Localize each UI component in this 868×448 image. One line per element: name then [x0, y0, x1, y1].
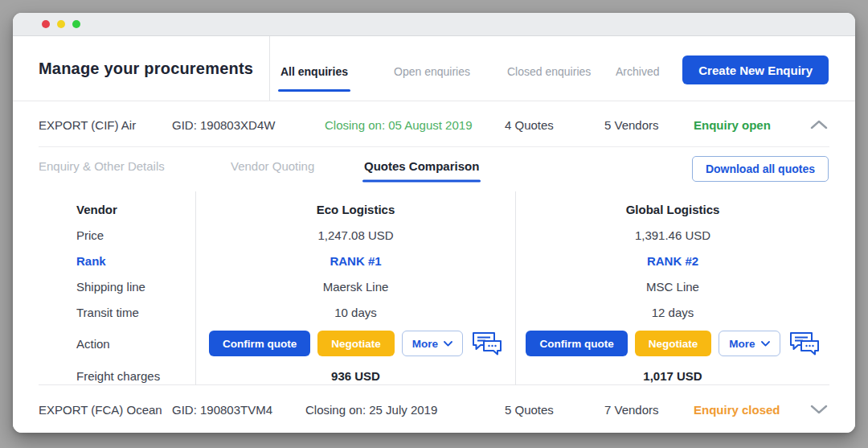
enquiry-vendors-count: 7 Vendors: [604, 402, 659, 416]
row-label-transit-time: Transit time: [76, 299, 195, 325]
confirm-quote-button[interactable]: Confirm quote: [526, 331, 627, 356]
download-all-quotes-button[interactable]: Download all quotes: [692, 156, 829, 182]
chevron-up-icon[interactable]: [810, 120, 828, 129]
row-label-rank: Rank: [76, 248, 195, 273]
enquiry-row-air: EXPORT (CIF) Air GID: 190803XD4W Closing…: [13, 101, 855, 147]
enquiry-vendors-count: 5 Vendors: [604, 117, 659, 131]
vendor-rank: RANK #2: [647, 248, 698, 273]
page-title: Manage your procurements: [39, 60, 253, 78]
tab-open-enquiries[interactable]: Open enquiries: [394, 36, 470, 101]
row-label-vendor: Vendor: [76, 196, 195, 222]
vendor-shipping-line: MSC Line: [646, 273, 699, 299]
comparison-label-column: Vendor Price Rank Shipping line Transit …: [39, 191, 195, 390]
vendor-column-global-logistics: Global Logistics 1,391.46 USD RANK #2 MS…: [515, 191, 829, 390]
vendor-rank: RANK #1: [330, 248, 381, 273]
enquiry-row-ocean: EXPORT (FCA) Ocean GID: 190803TVM4 Closi…: [13, 385, 855, 433]
row-label-shipping-line: Shipping line: [76, 273, 195, 299]
page-header: Manage your procurements All enquiries O…: [13, 36, 855, 101]
more-button[interactable]: More: [719, 331, 780, 356]
tab-vendor-quoting[interactable]: Vendor Quoting: [231, 159, 314, 173]
quotes-comparison-table: Vendor Price Rank Shipping line Transit …: [39, 191, 829, 385]
chevron-down-icon: [761, 341, 770, 347]
vendor-shipping-line: Maersk Line: [323, 273, 389, 299]
enquiry-closing-date: Closing on: 25 July 2019: [305, 402, 437, 416]
header-divider: [269, 36, 270, 101]
enquiry-status-badge: Enquiry open: [694, 117, 771, 131]
enquiry-type: EXPORT (CIF) Air: [39, 117, 136, 131]
minimize-window-icon[interactable]: [57, 20, 65, 28]
vendor-name: Global Logistics: [626, 196, 720, 222]
vendor-action-row: Confirm quote Negotiate More: [526, 325, 819, 362]
chat-icon[interactable]: [789, 331, 820, 356]
more-button-label: More: [729, 338, 755, 350]
chat-icon[interactable]: [472, 331, 502, 356]
vendor-transit-time: 10 days: [334, 299, 377, 325]
enquiry-detail-tabs: Enquiry & Other Details Vendor Quoting Q…: [13, 147, 855, 191]
more-button-label: More: [412, 338, 438, 350]
row-label-action: Action: [76, 325, 195, 362]
window-titlebar: [13, 13, 855, 36]
tab-archived[interactable]: Archived: [616, 36, 659, 101]
maximize-window-icon[interactable]: [72, 20, 80, 28]
tab-all-enquiries[interactable]: All enquiries: [280, 36, 348, 101]
negotiate-button[interactable]: Negotiate: [317, 331, 395, 356]
tab-closed-enquiries[interactable]: Closed enquiries: [507, 36, 591, 101]
enquiry-closing-date: Closing on: 05 August 2019: [325, 117, 472, 131]
vendor-column-eco-logistics: Eco Logistics 1,247.08 USD RANK #1 Maers…: [195, 191, 515, 390]
tab-label: Archived: [616, 65, 659, 78]
chevron-down-icon[interactable]: [810, 405, 828, 413]
more-button[interactable]: More: [402, 331, 463, 356]
enquiry-quotes-count: 4 Quotes: [505, 117, 554, 131]
enquiry-type: EXPORT (FCA) Ocean: [39, 402, 162, 416]
tab-label: Closed enquiries: [507, 65, 591, 78]
confirm-quote-button[interactable]: Confirm quote: [209, 331, 310, 356]
enquiry-status-badge: Enquiry closed: [694, 402, 780, 416]
tab-label: Open enquiries: [394, 65, 470, 78]
vendor-transit-time: 12 days: [652, 299, 694, 325]
close-window-icon[interactable]: [42, 20, 50, 28]
enquiry-quotes-count: 5 Quotes: [505, 402, 554, 416]
vendor-action-row: Confirm quote Negotiate More: [209, 325, 502, 362]
enquiry-gid: GID: 190803TVM4: [172, 402, 272, 416]
enquiry-gid: GID: 190803XD4W: [172, 117, 275, 131]
create-new-enquiry-button[interactable]: Create New Enquiry: [682, 55, 829, 84]
vendor-price: 1,247.08 USD: [317, 222, 393, 248]
tab-label: All enquiries: [280, 65, 348, 78]
vendor-price: 1,391.46 USD: [635, 222, 710, 248]
negotiate-button[interactable]: Negotiate: [635, 331, 712, 356]
tab-quotes-comparison[interactable]: Quotes Comparison: [364, 159, 479, 173]
tab-enquiry-other-details[interactable]: Enquiry & Other Details: [39, 159, 165, 173]
vendor-name: Eco Logistics: [317, 196, 395, 222]
row-label-price: Price: [76, 222, 195, 248]
chevron-down-icon: [444, 341, 452, 347]
app-window: Manage your procurements All enquiries O…: [13, 13, 855, 433]
